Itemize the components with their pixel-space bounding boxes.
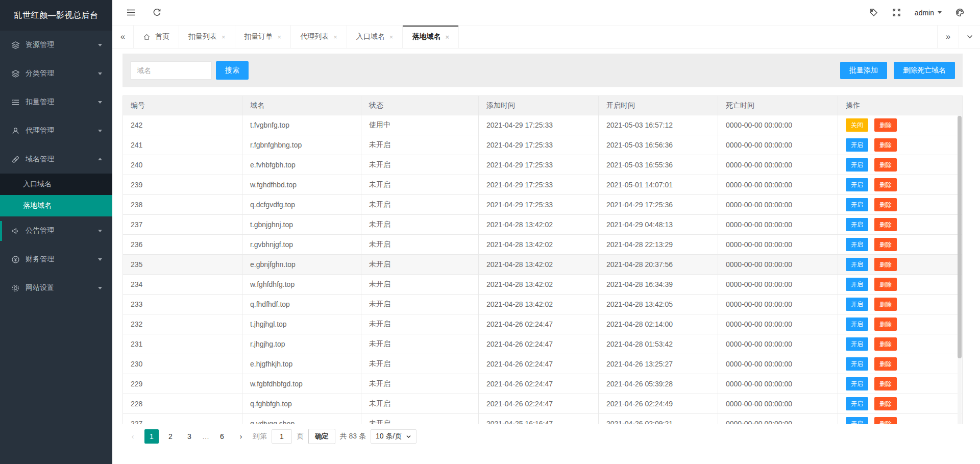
toggle-button[interactable]: 开启	[846, 397, 868, 410]
batch-add-button[interactable]: 批量添加	[840, 62, 887, 79]
sidebar-item-announcements[interactable]: 公告管理	[0, 216, 112, 245]
sidebar-item-agents[interactable]: 代理管理	[0, 116, 112, 145]
delete-button[interactable]: 删除	[874, 417, 897, 424]
cell-id: 234	[123, 275, 242, 295]
cell-added: 2021-04-29 17:25:33	[479, 195, 599, 215]
refresh-icon[interactable]	[152, 8, 162, 17]
tab-entry-domains[interactable]: 入口域名 ×	[347, 26, 403, 48]
cell-actions: 开启 删除	[838, 295, 963, 314]
delete-button[interactable]: 删除	[874, 298, 897, 311]
delete-button[interactable]: 删除	[874, 218, 897, 231]
close-icon[interactable]: ×	[278, 33, 282, 41]
tab-deduction-list[interactable]: 扣量列表 ×	[179, 26, 235, 48]
tab-home[interactable]: 首页	[134, 26, 179, 48]
cell-domain: w.fgbfdhbfgd.top	[242, 374, 361, 394]
page-button-6[interactable]: 6	[215, 429, 229, 444]
cell-died: 0000-00-00 00:00:00	[718, 215, 838, 235]
cell-actions: 开启 删除	[838, 215, 963, 235]
tabs-menu-button[interactable]	[959, 26, 980, 48]
tag-icon[interactable]	[869, 8, 878, 17]
delete-button[interactable]: 删除	[874, 377, 897, 390]
toggle-button[interactable]: 开启	[846, 318, 868, 331]
cell-id: 237	[123, 215, 242, 235]
next-page-button[interactable]: ›	[234, 429, 248, 444]
tab-label: 入口域名	[356, 32, 385, 41]
toggle-button[interactable]: 开启	[846, 298, 868, 311]
delete-button[interactable]: 删除	[874, 198, 897, 211]
cell-actions: 开启 删除	[838, 195, 963, 215]
chevron-down-icon	[98, 287, 102, 291]
cell-added: 2021-04-26 02:24:47	[479, 314, 599, 334]
toggle-button[interactable]: 开启	[846, 218, 868, 231]
close-icon[interactable]: ×	[445, 33, 449, 41]
sidebar-item-landing-domains[interactable]: 落地域名	[0, 195, 112, 216]
tabs-scroll-left-button[interactable]: «	[112, 26, 134, 48]
sidebar-item-entry-domains[interactable]: 入口域名	[0, 174, 112, 195]
sidebar-item-categories[interactable]: 分类管理	[0, 59, 112, 88]
tab-deduction-orders[interactable]: 扣量订单 ×	[235, 26, 291, 48]
toggle-button[interactable]: 开启	[846, 417, 868, 424]
table-scrollbar-thumb[interactable]	[958, 116, 962, 358]
delete-button[interactable]: 删除	[874, 138, 897, 152]
tab-agent-list[interactable]: 代理列表 ×	[291, 26, 347, 48]
search-input[interactable]	[130, 61, 212, 80]
delete-button[interactable]: 删除	[874, 238, 897, 251]
toggle-button[interactable]: 开启	[846, 258, 868, 271]
delete-button[interactable]: 删除	[874, 118, 897, 132]
tabs-scroll-right-button[interactable]: »	[937, 26, 959, 48]
delete-button[interactable]: 删除	[874, 337, 897, 351]
search-button[interactable]: 搜索	[216, 61, 249, 80]
cell-opened: 2021-04-28 02:14:00	[599, 314, 718, 334]
sidebar-item-finance[interactable]: 财务管理	[0, 245, 112, 274]
col-id: 编号	[123, 96, 242, 115]
toggle-button[interactable]: 开启	[846, 278, 868, 291]
page-size-select[interactable]: 10 条/页	[371, 429, 416, 444]
goto-page-input[interactable]	[272, 429, 292, 444]
fullscreen-icon[interactable]	[892, 8, 901, 17]
page-button-1[interactable]: 1	[144, 429, 159, 444]
cell-id: 238	[123, 195, 242, 215]
delete-button[interactable]: 删除	[874, 158, 897, 172]
sidebar-item-resources[interactable]: 资源管理	[0, 31, 112, 59]
page-button-2[interactable]: 2	[163, 429, 178, 444]
gear-icon	[11, 284, 20, 292]
user-menu[interactable]: admin	[915, 9, 942, 17]
delete-button[interactable]: 删除	[874, 258, 897, 271]
toggle-button[interactable]: 开启	[846, 357, 868, 371]
prev-page-button[interactable]: ‹	[126, 429, 140, 444]
close-icon[interactable]: ×	[389, 33, 394, 41]
toggle-button[interactable]: 开启	[846, 377, 868, 390]
toggle-button[interactable]: 开启	[846, 337, 868, 351]
table-row: 236 r.gvbhnjgf.top 未开启 2021-04-28 13:42:…	[123, 235, 963, 255]
sidebar-scrollbar[interactable]	[0, 221, 2, 241]
sidebar-item-site-settings[interactable]: 网站设置	[0, 274, 112, 302]
toggle-button[interactable]: 开启	[846, 138, 868, 152]
delete-button[interactable]: 删除	[874, 397, 897, 410]
toggle-button[interactable]: 开启	[846, 238, 868, 251]
toggle-button[interactable]: 开启	[846, 178, 868, 191]
table-scrollbar[interactable]	[958, 115, 962, 424]
collapse-sidebar-icon[interactable]	[126, 8, 136, 17]
delete-button[interactable]: 删除	[874, 278, 897, 291]
delete-dead-domains-button[interactable]: 删除死亡域名	[894, 62, 955, 79]
page-button-3[interactable]: 3	[182, 429, 197, 444]
close-icon[interactable]: ×	[333, 33, 337, 41]
delete-button[interactable]: 删除	[874, 357, 897, 371]
sidebar-item-domains[interactable]: 域名管理	[0, 145, 112, 174]
sidebar-item-label: 分类管理	[26, 69, 54, 78]
cell-added: 2021-04-26 02:24:47	[479, 334, 599, 354]
col-opened: 开启时间	[599, 96, 718, 115]
tab-landing-domains[interactable]: 落地域名 ×	[403, 26, 459, 48]
toggle-button[interactable]: 开启	[846, 158, 868, 172]
theme-palette-icon[interactable]	[955, 8, 965, 17]
toggle-button[interactable]: 开启	[846, 198, 868, 211]
cell-died: 0000-00-00 00:00:00	[718, 275, 838, 295]
delete-button[interactable]: 删除	[874, 178, 897, 191]
delete-button[interactable]: 删除	[874, 318, 897, 331]
goto-confirm-button[interactable]: 确定	[308, 429, 335, 444]
sidebar-item-deduction[interactable]: 扣量管理	[0, 88, 112, 116]
toggle-button[interactable]: 关闭	[846, 118, 868, 132]
close-icon[interactable]: ×	[222, 33, 226, 41]
cell-status: 未开启	[361, 275, 479, 295]
table-row: 241 r.fgbnfghbng.top 未开启 2021-04-29 17:2…	[123, 135, 963, 155]
